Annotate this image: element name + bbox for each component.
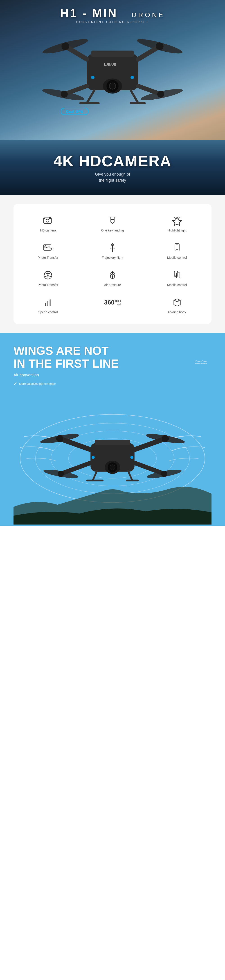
feature-mobile-control-2: Mobile control — [147, 265, 207, 290]
wave-icon: ≈≈ — [195, 356, 207, 369]
svg-line-20 — [87, 91, 94, 103]
svg-point-84 — [130, 456, 133, 459]
wings-title: WINGS ARE NOT IN THE FIRST LINE — [14, 344, 211, 370]
svg-point-40 — [112, 251, 113, 252]
feature-photo-transfer-2: Photo Transfer — [18, 265, 78, 290]
hd-camera-label: HD camera — [40, 229, 56, 232]
feature-highlight-light: Highlight light — [147, 210, 207, 235]
svg-point-18 — [61, 91, 68, 98]
hero-title: H1 - MIN DRONE CONVENIENT FOLDING AIRCRA… — [60, 6, 165, 24]
trajectory-flight-label: Trajectory flight — [102, 256, 123, 259]
svg-text:LJINUE: LJINUE — [104, 62, 116, 66]
camera-section: 4K HDCAMERA Give you enough of the fligh… — [0, 140, 225, 195]
svg-marker-29 — [172, 217, 181, 226]
folding-body-label: Folding body — [168, 310, 186, 314]
title-drone: DRONE — [132, 11, 165, 19]
one-key-landing-icon — [107, 215, 118, 226]
svg-point-8 — [109, 83, 116, 89]
svg-rect-63 — [95, 440, 130, 445]
svg-line-21 — [131, 91, 138, 103]
svg-line-14 — [64, 86, 87, 94]
wings-title-line1: WINGS ARE NOT — [14, 344, 211, 357]
wings-drone-illustration — [14, 391, 211, 526]
photo-transfer-2-icon — [42, 270, 54, 281]
svg-point-77 — [58, 471, 64, 477]
360-icon: 360° 3D roll — [107, 297, 118, 308]
feature-one-key-landing: One key landing — [82, 210, 143, 235]
features-grid: HD camera One key landing Highlight ligh… — [14, 204, 211, 324]
speed-control-label: Speed control — [38, 310, 58, 314]
wings-title-line2: IN THE FIRST LINE — [14, 357, 211, 370]
highlight-light-label: Highlight light — [168, 229, 187, 232]
photo-transfer-1-label: Photo Transfer — [38, 256, 58, 259]
hd-camera-icon — [42, 215, 54, 226]
feature-360-3d-roll: 360° 3D roll — [82, 292, 143, 317]
photo-transfer-1-icon — [42, 242, 54, 254]
photo-transfer-2-label: Photo Transfer — [38, 283, 58, 287]
features-section: HD camera One key landing Highlight ligh… — [0, 195, 225, 333]
feature-hd-camera: HD camera — [18, 210, 78, 235]
camera-sub-line2: the flight safety — [99, 178, 126, 183]
svg-point-17 — [156, 42, 163, 50]
svg-point-47 — [47, 275, 49, 276]
drone-svg: LJINUE — [36, 26, 189, 116]
svg-line-79 — [93, 471, 97, 480]
camera-subtitle: Give you enough of the flight safety — [18, 171, 207, 183]
mobile-control-2-icon — [171, 270, 183, 281]
feature-mobile-control-1: Mobile control — [147, 238, 207, 263]
air-pressure-label: Air pressure — [104, 283, 121, 287]
speed-control-icon — [42, 297, 54, 308]
feature-photo-transfer-1: Photo Transfer — [18, 238, 78, 263]
wings-badge-text: More balanced performance — [19, 382, 56, 385]
gps-badge: Dual GPS — [61, 108, 89, 115]
feature-air-pressure: Air pressure — [82, 265, 143, 290]
highlight-light-icon — [171, 215, 183, 226]
svg-point-75 — [56, 435, 63, 442]
hero-title-main: H1 - MIN DRONE — [60, 6, 165, 20]
mobile-control-1-icon — [171, 242, 183, 254]
camera-sub-line1: Give you enough of — [95, 172, 130, 177]
title-h1: H1 - MIN — [60, 6, 118, 20]
svg-point-35 — [45, 245, 46, 247]
svg-point-78 — [161, 471, 167, 477]
svg-point-27 — [44, 218, 45, 219]
feature-speed-control: Speed control — [18, 292, 78, 317]
feature-trajectory-flight: Trajectory flight — [82, 238, 143, 263]
trajectory-flight-icon — [107, 242, 118, 254]
svg-line-80 — [128, 471, 132, 480]
feature-folding-body: Folding body — [147, 292, 207, 317]
wings-subtitle: Air convection — [14, 373, 211, 377]
svg-point-25 — [46, 219, 49, 222]
svg-point-9 — [91, 76, 95, 79]
wings-badge: ✓ More balanced performance — [14, 381, 211, 386]
drone-image: LJINUE — [34, 21, 191, 121]
svg-line-31 — [178, 217, 180, 219]
check-icon: ✓ — [14, 381, 17, 386]
svg-point-66 — [110, 465, 115, 470]
svg-point-51 — [112, 275, 113, 277]
one-key-landing-label: One key landing — [101, 229, 124, 232]
hero-section: H1 - MIN DRONE CONVENIENT FOLDING AIRCRA… — [0, 0, 225, 140]
svg-rect-53 — [176, 273, 180, 278]
svg-point-76 — [162, 435, 169, 442]
svg-rect-5 — [91, 51, 134, 57]
folding-body-icon — [171, 297, 183, 308]
wings-drone-container — [14, 391, 211, 526]
svg-line-30 — [174, 217, 176, 219]
camera-title: 4K HDCAMERA — [18, 153, 207, 169]
svg-point-10 — [130, 76, 134, 79]
svg-line-15 — [138, 86, 161, 94]
mobile-control-2-label: Mobile control — [167, 283, 187, 287]
svg-point-19 — [157, 91, 164, 98]
svg-point-16 — [62, 42, 69, 50]
air-pressure-icon — [107, 270, 118, 281]
mobile-control-1-label: Mobile control — [167, 256, 187, 259]
wings-section: WINGS ARE NOT IN THE FIRST LINE Air conv… — [0, 333, 225, 526]
svg-point-83 — [92, 456, 95, 459]
